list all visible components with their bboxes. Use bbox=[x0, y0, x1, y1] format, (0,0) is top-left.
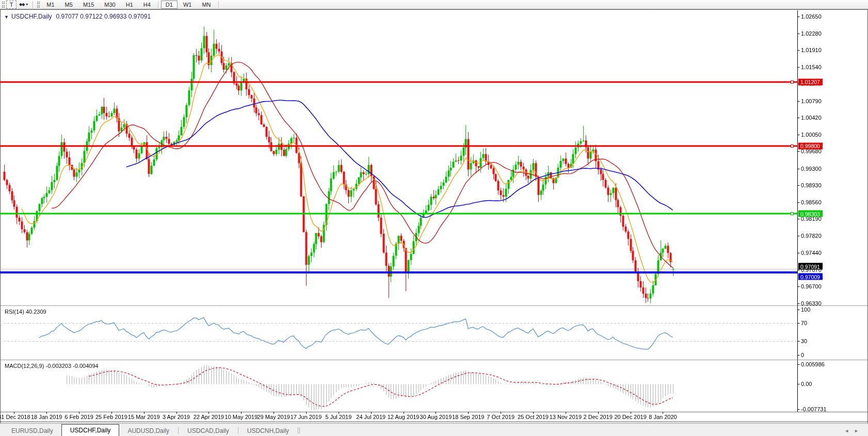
date-label: 10 May 2019 bbox=[225, 414, 258, 420]
hline-price-tag: 0.97009 bbox=[798, 273, 823, 280]
current-price-tag: 0.97091 bbox=[798, 263, 823, 270]
date-label: 6 Feb 2019 bbox=[65, 414, 93, 420]
timeframe-button-h1[interactable]: H1 bbox=[121, 1, 138, 9]
tab-scroll-right-icon[interactable]: ► bbox=[854, 428, 864, 433]
date-label: 24 Jul 2019 bbox=[356, 414, 385, 420]
price-tick-label: 0.96700 bbox=[801, 283, 822, 289]
date-label: 8 Jan 2020 bbox=[649, 414, 677, 420]
tab-divider bbox=[299, 427, 300, 434]
price-tick-label: 0.97440 bbox=[801, 250, 822, 256]
toolbar-grip[interactable] bbox=[37, 2, 40, 8]
price-tick-label: 1.02280 bbox=[801, 30, 822, 37]
tab-divider bbox=[298, 427, 298, 434]
chart-area: ▼USDCHF,Daily0.97077 0.97122 0.96933 0.9… bbox=[0, 9, 868, 423]
date-label: 31 Dec 2018 bbox=[0, 414, 30, 420]
rsi-tick-label: 70 bbox=[801, 320, 807, 326]
price-tick-label: 0.96330 bbox=[801, 300, 822, 306]
hline-price-tag: 1.01207 bbox=[798, 78, 823, 85]
toolbar-separator bbox=[158, 1, 158, 8]
date-label: 25 Feb 2019 bbox=[95, 414, 127, 420]
toolbar-grip[interactable] bbox=[2, 2, 5, 8]
date-label: 3 Apr 2019 bbox=[163, 414, 190, 420]
timeframe-button-m15[interactable]: M15 bbox=[78, 1, 99, 9]
rsi-tick-label: 30 bbox=[801, 338, 807, 344]
date-label: 12 Aug 2019 bbox=[388, 414, 420, 420]
date-label: 25 Oct 2019 bbox=[518, 414, 549, 420]
date-label: 18 Sep 2019 bbox=[452, 414, 484, 420]
chart-tabs: EURUSD,DailyUSDCHF,DailyAUDUSD,DailyUSDC… bbox=[0, 423, 300, 436]
timeframe-button-d1[interactable]: D1 bbox=[161, 1, 178, 9]
date-label: 17 Jun 2019 bbox=[291, 414, 322, 420]
date-label: 13 Nov 2019 bbox=[550, 414, 582, 420]
macd-tick-label: -0.007731 bbox=[801, 406, 827, 412]
chart-tab-bar: EURUSD,DailyUSDCHF,DailyAUDUSD,DailyUSDC… bbox=[0, 423, 868, 436]
chart-tab-audusd[interactable]: AUDUSD,Daily bbox=[119, 425, 178, 436]
tab-divider bbox=[178, 427, 179, 434]
price-tick-label: 1.01540 bbox=[801, 64, 822, 70]
macd-tick-label: 0.005986 bbox=[801, 361, 825, 367]
tab-divider bbox=[238, 427, 238, 434]
hline-price-tag: 0.98303 bbox=[798, 211, 823, 217]
chart-tab-eurusd[interactable]: EURUSD,Daily bbox=[3, 425, 61, 436]
collapse-icon[interactable]: ▼ bbox=[4, 14, 9, 20]
chart-tab-usdcnh[interactable]: USDCNH,Daily bbox=[239, 425, 297, 436]
rsi-tick-label: 100 bbox=[801, 306, 810, 313]
date-label: 5 Jul 2019 bbox=[325, 414, 351, 420]
rsi-label: RSI(14) 40.2309 bbox=[5, 309, 46, 315]
timeframe-button-m5[interactable]: M5 bbox=[60, 1, 77, 9]
date-label: 30 Aug 2019 bbox=[420, 414, 452, 420]
terminal-window: T ◆◆ ▾ M1M5M15M30H1H4D1W1MN ▼USDCHF,Dail… bbox=[0, 0, 868, 436]
price-tick-label: 1.01910 bbox=[801, 47, 822, 53]
toolbar: T ◆◆ ▾ M1M5M15M30H1H4D1W1MN bbox=[0, 0, 868, 9]
timeframe-button-m30[interactable]: M30 bbox=[100, 1, 120, 9]
chart-tab-usdcad[interactable]: USDCAD,Daily bbox=[179, 425, 237, 436]
date-label: 29 May 2019 bbox=[257, 414, 290, 420]
price-tick-label: 0.98560 bbox=[801, 199, 822, 205]
text-tool-button[interactable]: T bbox=[6, 1, 17, 9]
date-label: 7 Oct 2019 bbox=[487, 414, 515, 420]
timeframe-button-mn[interactable]: MN bbox=[197, 1, 215, 9]
objects-icon: ◆◆ bbox=[19, 2, 24, 7]
price-tick-label: 1.02650 bbox=[801, 13, 822, 20]
chart-canvas[interactable] bbox=[0, 9, 868, 423]
dropdown-caret-icon: ▾ bbox=[26, 2, 28, 7]
date-label: 15 Mar 2019 bbox=[128, 414, 160, 420]
timeframe-button-w1[interactable]: W1 bbox=[179, 1, 197, 9]
price-tick-label: 1.00790 bbox=[801, 98, 822, 104]
date-label: 20 Dec 2019 bbox=[614, 414, 646, 420]
date-label: 18 Jan 2019 bbox=[31, 414, 62, 420]
text-tool-icon: T bbox=[10, 2, 13, 8]
tab-scroll-left-icon[interactable]: ◄ bbox=[844, 428, 854, 433]
price-tick-label: 0.99300 bbox=[801, 166, 822, 172]
price-tick-label: 0.98930 bbox=[801, 182, 822, 188]
ohlc-values: 0.97077 0.97122 0.96933 0.97091 bbox=[56, 13, 151, 20]
tab-scroll-arrows[interactable]: ◄► bbox=[844, 428, 864, 433]
price-tick-label: 0.97820 bbox=[801, 233, 822, 239]
rsi-tick-label: 0 bbox=[801, 352, 804, 358]
macd-label: MACD(12,26,9) -0.003203 -0.004094 bbox=[5, 363, 99, 369]
date-label: 22 Apr 2019 bbox=[194, 414, 224, 420]
date-label: 2 Dec 2019 bbox=[584, 414, 613, 420]
timeframe-button-h4[interactable]: H4 bbox=[139, 1, 155, 9]
toolbar-separator bbox=[33, 1, 33, 8]
macd-tick-label: 0.00 bbox=[801, 381, 812, 387]
chart-tab-usdchf[interactable]: USDCHF,Daily bbox=[61, 424, 120, 436]
timeframe-button-m1[interactable]: M1 bbox=[42, 1, 59, 9]
price-tick-label: 1.00050 bbox=[801, 132, 822, 138]
chart-title: ▼USDCHF,Daily0.97077 0.97122 0.96933 0.9… bbox=[4, 13, 151, 20]
toolbar-separator bbox=[218, 1, 219, 8]
price-tick-label: 1.00420 bbox=[801, 115, 822, 121]
objects-tool-button[interactable]: ◆◆ ▾ bbox=[17, 1, 30, 9]
hline-price-tag: 0.99800 bbox=[798, 142, 823, 149]
symbol-period-label: USDCHF,Daily bbox=[11, 13, 52, 20]
timeframe-buttons: M1M5M15M30H1H4D1W1MN bbox=[41, 1, 216, 9]
